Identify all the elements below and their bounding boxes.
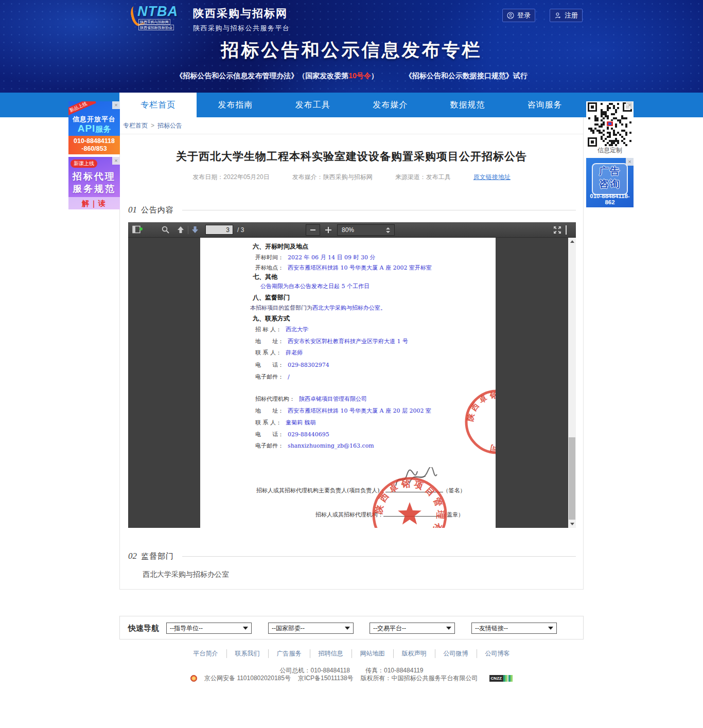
login-label: 登录 <box>517 11 531 20</box>
pdf-zoom-value: 80% <box>342 226 354 234</box>
doc-heading-6: 六、开标时间及地点 <box>253 243 308 250</box>
ad-api-service[interactable]: 新品上线 信息开放平台 API服务 010-88484118-860/853 × <box>68 101 120 154</box>
footer-link-ads[interactable]: 广告服务 <box>269 649 310 658</box>
doc-supervise-pre: 本招标项目的监督部门为 <box>250 305 312 311</box>
tab-publish-media[interactable]: 发布媒介 <box>351 93 429 117</box>
doc-tenderer-row: 地 址：西安市长安区郭杜教育科技产业区学府大道 1 号 <box>255 338 408 345</box>
footer-links: 平台简介 联系我们 广告服务 招聘信息 网站地图 版权声明 公司微博 公司博客 <box>0 649 703 658</box>
origin-link[interactable]: 原文链接地址 <box>473 173 511 182</box>
section-announcement-header: 01 公告内容 <box>128 205 576 215</box>
logo-text: NTBA <box>137 4 178 20</box>
breadcrumb-home[interactable]: 专栏首页 <box>123 121 148 130</box>
doc-heading-9: 九、联系方式 <box>253 315 290 322</box>
footer-link-copyright[interactable]: 版权声明 <box>394 649 435 658</box>
doc-agency-row: 地 址：西安市雁塔区科技路 10 号华奥大厦 A 座 20 层 2002 室 <box>255 407 431 415</box>
pdf-zoom-select[interactable]: 80% <box>337 224 395 236</box>
tab-consult-service[interactable]: 咨询服务 <box>506 93 584 117</box>
close-icon[interactable]: × <box>112 157 120 165</box>
pdf-prev-page-icon[interactable] <box>177 225 185 234</box>
pdf-zoom-spinner-icon <box>386 227 390 233</box>
beian-icp[interactable]: 京ICP备15011138号 <box>298 674 354 683</box>
logo-mark: NTBA 陕西采购与招标网 陕西省招标投标协会 <box>130 4 186 29</box>
doc-stamp-line: 招标人或其招标代理机构：（盖章） <box>315 511 464 519</box>
scroll-up-icon[interactable] <box>568 238 576 245</box>
login-button[interactable]: 登录 <box>502 9 535 22</box>
scroll-down-icon[interactable] <box>568 520 576 528</box>
ad-agency-course[interactable]: 新课上线 招标代理 服务规范 解｜读 × <box>68 157 120 209</box>
footer-link-jobs[interactable]: 招聘信息 <box>310 649 352 658</box>
pdf-document-page: 六、开标时间及地点 开标时间：2022 年 06 月 14 日 09 时 30 … <box>200 238 496 528</box>
banner-sub-pre: 《招标公告和公示信息发布管理办法》（国家发改委第 <box>175 72 348 80</box>
qr-center-logo-icon <box>606 121 613 127</box>
banner-title: 招标公告和公示信息发布专栏 <box>0 38 703 62</box>
beian-gongan[interactable]: 京公网安备 11010802020185号 <box>204 674 291 683</box>
footer-link-sitemap[interactable]: 网站地图 <box>352 649 394 658</box>
site-logo[interactable]: NTBA 陕西采购与招标网 陕西省招标投标协会 陕西采购与招标网 陕西采购与招标… <box>130 4 290 33</box>
doc-tenderer-row: 联 系 人：薛老师 <box>255 349 303 357</box>
doc-heading-7: 七、其他 <box>253 273 277 280</box>
select-national-ministries[interactable]: --国家部委-- <box>268 623 354 634</box>
doc-open-place-value: 西安市雁塔区科技路 10 号华奥大厦 A 座 2002 室开标室 <box>288 264 432 271</box>
meta-source: 来源渠道：发布工具 <box>395 173 451 182</box>
tab-publish-guide[interactable]: 发布指南 <box>197 93 274 117</box>
pdf-zoom-in-button[interactable] <box>322 224 335 236</box>
select-friend-links[interactable]: --友情链接-- <box>471 623 557 634</box>
chevron-down-icon <box>345 627 350 630</box>
footer-link-weibo[interactable]: 公司微博 <box>435 649 477 658</box>
pdf-fullscreen-icon[interactable] <box>553 226 561 234</box>
article-title: 关于西北大学生物工程本科实验室建设设备购置采购项目公开招标公告 <box>120 149 583 164</box>
user-icon <box>554 12 561 19</box>
pdf-page-input[interactable] <box>205 225 233 235</box>
select-guide-units[interactable]: --指导单位-- <box>166 623 252 634</box>
select-trading-platforms[interactable]: --交易平台-- <box>370 623 455 634</box>
pdf-scrollbar[interactable] <box>568 238 576 528</box>
pdf-search-icon[interactable] <box>161 225 170 234</box>
banner-sub-red: 10号令 <box>348 72 371 80</box>
pdf-scrollbar-thumb[interactable] <box>569 437 575 520</box>
pdf-toolbar: / 3 80% <box>128 222 576 238</box>
pdf-zoom-out-button[interactable] <box>306 224 320 236</box>
doc-agency-row: 联 系 人：童菊莉 魏萌 <box>255 419 316 427</box>
close-icon[interactable]: × <box>112 101 120 109</box>
section2-number: 02 <box>128 551 137 561</box>
close-icon[interactable]: × <box>626 158 634 166</box>
nav-tabs: 专栏首页 发布指南 发布工具 发布媒介 数据规范 咨询服务 <box>119 93 584 117</box>
breadcrumb-separator-icon: > <box>151 122 154 129</box>
ad-consult-line2: 咨询 <box>586 177 634 191</box>
pdf-viewer: / 3 80% <box>128 222 576 528</box>
ad-info-subscribe[interactable]: 信息定制 × <box>586 101 634 156</box>
footer-copyright: 版权所有：中国招标公共服务平台有限公司 <box>361 674 478 683</box>
company-seal: 陕西卓铭项目管理有限公司 <box>371 476 448 528</box>
tab-publish-tools[interactable]: 发布工具 <box>274 93 351 117</box>
ad-advertising-consult[interactable]: 广告 咨询 010-88484118-862 × <box>586 158 634 207</box>
article-meta: 发布日期：2022年05月20日 发布媒介：陕西采购与招标网 来源渠道：发布工具… <box>120 173 583 182</box>
pdf-toolbar-right-divider <box>566 225 567 235</box>
doc-heading-8: 八、监督部门 <box>253 294 290 301</box>
footer-link-contact[interactable]: 联系我们 <box>227 649 269 658</box>
section2-title: 监督部门 <box>141 552 174 561</box>
ad-consult-phone: 010-88484118-862 <box>586 193 634 205</box>
company-seal-partial: 陕西卓铭项目管理有限公司 <box>464 388 496 455</box>
cnzz-badge[interactable]: CNZZ <box>489 675 513 682</box>
footer-link-about[interactable]: 平台简介 <box>185 649 227 658</box>
quick-nav-label: 快速导航 <box>128 624 159 633</box>
footer-beian-row: 京公网安备 11010802020185号 京ICP备15011138号 版权所… <box>0 674 703 683</box>
section1-number: 01 <box>128 205 137 215</box>
supervision-department: 西北大学采购与招标办公室 <box>143 570 229 579</box>
tab-column-home[interactable]: 专栏首页 <box>119 93 197 117</box>
site-header: NTBA 陕西采购与招标网 陕西省招标投标协会 陕西采购与招标网 陕西采购与招标… <box>0 0 703 93</box>
pdf-toolbar-divider <box>188 226 188 234</box>
ad-api-line2: API服务 <box>68 123 120 134</box>
pdf-next-page-icon[interactable] <box>191 225 199 234</box>
section1-title: 公告内容 <box>141 205 174 215</box>
register-button[interactable]: 注册 <box>550 9 583 22</box>
footer-link-blog[interactable]: 公司博客 <box>477 649 518 658</box>
close-icon[interactable]: × <box>626 101 634 109</box>
doc-sign-line: 招标人或其招标代理机构主要负责人(项目负责人)：（签名） <box>256 487 466 494</box>
pdf-sidebar-toggle-icon[interactable] <box>132 225 141 234</box>
pdf-page-total: / 3 <box>237 226 244 234</box>
svg-text:陕西卓铭项目管理有限公司: 陕西卓铭项目管理有限公司 <box>465 390 496 453</box>
logo-caption-1: 陕西采购与招标网 <box>138 19 170 25</box>
meta-date: 发布日期：2022年05月20日 <box>192 173 269 182</box>
tab-data-standard[interactable]: 数据规范 <box>429 93 506 117</box>
